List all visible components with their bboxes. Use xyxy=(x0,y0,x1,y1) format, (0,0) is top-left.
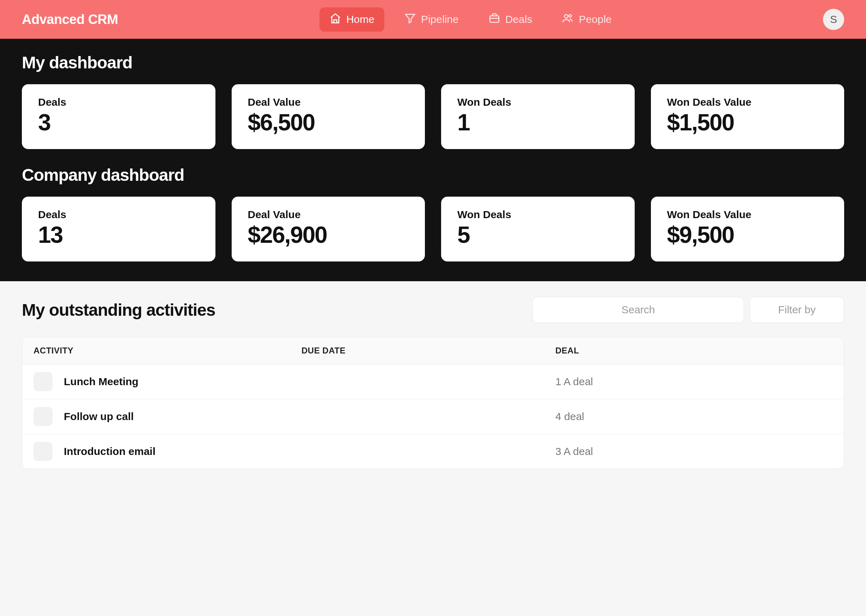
activity-name: Lunch Meeting xyxy=(64,376,139,388)
activities-title: My outstanding activities xyxy=(22,300,527,320)
svg-point-1 xyxy=(565,14,568,18)
user-avatar[interactable]: S xyxy=(823,9,844,30)
card-my-won-deals: Won Deals 1 xyxy=(441,84,635,149)
nav-item-deals[interactable]: Deals xyxy=(479,8,542,32)
nav-item-pipeline[interactable]: Pipeline xyxy=(394,8,469,32)
card-my-won-value: Won Deals Value $1,500 xyxy=(651,84,844,149)
home-icon xyxy=(329,13,341,27)
nav-center: Home Pipeline Deals People xyxy=(132,8,809,32)
nav-label: Deals xyxy=(505,13,532,25)
svg-rect-0 xyxy=(490,16,499,22)
table-row[interactable]: Follow up call 4 deal xyxy=(22,399,844,434)
card-value: 3 xyxy=(38,109,199,136)
card-label: Won Deals xyxy=(457,96,619,108)
col-due-date: DUE DATE xyxy=(301,346,555,355)
table-row[interactable]: Lunch Meeting 1 A deal xyxy=(22,365,844,399)
card-label: Deal Value xyxy=(248,209,409,221)
card-value: $26,900 xyxy=(248,221,409,248)
card-value: 13 xyxy=(38,221,199,248)
funnel-icon xyxy=(404,13,416,27)
card-label: Won Deals xyxy=(457,209,619,221)
card-label: Deal Value xyxy=(248,96,409,108)
activity-name: Follow up call xyxy=(64,410,134,423)
card-label: Deals xyxy=(38,96,199,108)
card-my-deals: Deals 3 xyxy=(22,84,216,149)
filter-button[interactable]: Filter by xyxy=(749,297,844,323)
col-activity: ACTIVITY xyxy=(33,346,301,355)
activities-header: My outstanding activities Filter by xyxy=(22,297,844,323)
my-dashboard-cards: Deals 3 Deal Value $6,500 Won Deals 1 Wo… xyxy=(22,84,844,149)
top-nav: Advanced CRM Home Pipeline Deals People xyxy=(0,0,866,39)
col-deal: DEAL xyxy=(555,346,833,355)
my-dashboard-title: My dashboard xyxy=(22,53,844,72)
table-row[interactable]: Introduction email 3 A deal xyxy=(22,434,844,469)
search-input[interactable] xyxy=(532,297,744,323)
company-dashboard-title: Company dashboard xyxy=(22,165,844,185)
deal-cell: 4 deal xyxy=(555,410,833,423)
activity-checkbox[interactable] xyxy=(33,372,52,391)
avatar-initial: S xyxy=(830,13,837,25)
activities-table: ACTIVITY DUE DATE DEAL Lunch Meeting 1 A… xyxy=(22,337,844,469)
briefcase-icon xyxy=(488,13,500,27)
nav-item-people[interactable]: People xyxy=(552,8,621,32)
card-company-deal-value: Deal Value $26,900 xyxy=(231,196,425,261)
table-header: ACTIVITY DUE DATE DEAL xyxy=(22,337,844,365)
activity-name: Introduction email xyxy=(64,445,156,457)
deal-cell: 1 A deal xyxy=(555,376,833,388)
card-value: $6,500 xyxy=(248,109,409,136)
card-company-won-value: Won Deals Value $9,500 xyxy=(651,196,844,261)
card-company-deals: Deals 13 xyxy=(22,196,216,261)
card-label: Won Deals Value xyxy=(667,209,828,221)
card-my-deal-value: Deal Value $6,500 xyxy=(231,84,425,149)
nav-label: Home xyxy=(346,13,375,25)
card-value: 1 xyxy=(457,109,619,136)
card-label: Deals xyxy=(38,209,199,221)
card-value: $9,500 xyxy=(667,221,828,248)
brand-title: Advanced CRM xyxy=(22,12,118,27)
dashboard-section: My dashboard Deals 3 Deal Value $6,500 W… xyxy=(0,39,866,281)
card-value: $1,500 xyxy=(667,109,828,136)
svg-point-2 xyxy=(569,14,572,17)
activity-checkbox[interactable] xyxy=(33,407,52,426)
nav-label: Pipeline xyxy=(421,13,459,25)
company-dashboard-cards: Deals 13 Deal Value $26,900 Won Deals 5 … xyxy=(22,196,844,261)
activities-section: My outstanding activities Filter by ACTI… xyxy=(0,281,866,484)
nav-item-home[interactable]: Home xyxy=(320,8,384,32)
activity-checkbox[interactable] xyxy=(33,442,52,461)
card-company-won-deals: Won Deals 5 xyxy=(441,196,635,261)
deal-cell: 3 A deal xyxy=(555,445,833,457)
nav-label: People xyxy=(579,13,611,25)
card-label: Won Deals Value xyxy=(667,96,828,108)
card-value: 5 xyxy=(457,221,619,248)
people-icon xyxy=(562,13,574,27)
